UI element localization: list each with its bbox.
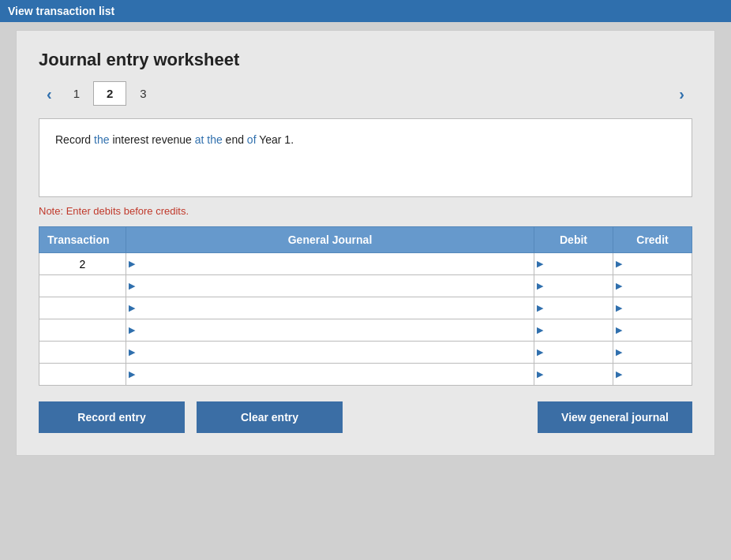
credit-input[interactable] [622,319,692,341]
debit-cell[interactable]: ▶ [534,364,613,386]
credit-arrow-icon: ▶ [613,325,622,335]
journal-cell[interactable]: ▶ [126,253,534,275]
journal-cell[interactable]: ▶ [126,319,534,342]
journal-input[interactable] [135,253,534,274]
journal-cell[interactable]: ▶ [126,297,534,319]
credit-cell[interactable]: ▶ [613,342,692,364]
debit-arrow-icon: ▶ [534,347,543,357]
credit-input[interactable] [622,297,692,319]
credit-arrow-icon: ▶ [613,259,622,269]
note-text: Note: Enter debits before credits. [39,205,692,217]
journal-input[interactable] [135,275,534,297]
main-container: Journal entry worksheet ‹ 1 2 3 › Record… [16,30,715,456]
table-row: ▶▶▶ [39,319,692,342]
tab-2[interactable]: 2 [93,81,126,106]
view-general-journal-button[interactable]: View general journal [538,401,692,433]
transaction-cell [39,319,126,342]
transaction-cell: 2 [39,253,126,275]
debit-cell[interactable]: ▶ [534,319,613,342]
debit-cell[interactable]: ▶ [534,297,613,319]
journal-arrow-icon: ▶ [126,369,135,379]
credit-cell[interactable]: ▶ [613,253,692,275]
clear-entry-button[interactable]: Clear entry [197,401,343,433]
tab-1[interactable]: 1 [60,81,93,106]
debit-arrow-icon: ▶ [534,303,543,313]
transaction-cell [39,364,126,386]
credit-input[interactable] [622,364,692,385]
header-debit: Debit [534,227,613,253]
journal-arrow-icon: ▶ [126,347,135,357]
debit-arrow-icon: ▶ [534,325,543,335]
tab-3[interactable]: 3 [126,81,159,106]
debit-arrow-icon: ▶ [534,369,543,379]
debit-input[interactable] [543,275,613,297]
page-title: Journal entry worksheet [39,50,692,70]
debit-input[interactable] [543,297,613,319]
credit-input[interactable] [622,342,692,363]
debit-input[interactable] [543,364,613,385]
transaction-cell [39,297,126,319]
credit-arrow-icon: ▶ [613,281,622,291]
instruction-text: Record the interest revenue at the end o… [55,133,294,146]
journal-cell[interactable]: ▶ [126,364,534,386]
journal-arrow-icon: ▶ [126,281,135,291]
journal-arrow-icon: ▶ [126,259,135,269]
buttons-row: Record entry Clear entry View general jo… [39,401,692,433]
credit-cell[interactable]: ▶ [613,319,692,342]
journal-arrow-icon: ▶ [126,303,135,313]
next-tab-arrow[interactable]: › [671,86,692,102]
debit-input[interactable] [543,342,613,363]
table-row: ▶▶▶ [39,342,692,364]
view-transaction-list-button[interactable]: View transaction list [0,0,122,22]
instruction-box: Record the interest revenue at the end o… [39,118,692,197]
credit-arrow-icon: ▶ [613,347,622,357]
debit-cell[interactable]: ▶ [534,253,613,275]
journal-input[interactable] [135,342,534,363]
journal-cell[interactable]: ▶ [126,275,534,297]
journal-input[interactable] [135,319,534,341]
table-row: ▶▶▶ [39,364,692,386]
header-transaction: Transaction [39,227,126,253]
table-row: 2▶▶▶ [39,253,692,275]
credit-cell[interactable]: ▶ [613,297,692,319]
credit-arrow-icon: ▶ [613,303,622,313]
header-credit: Credit [613,227,692,253]
record-entry-button[interactable]: Record entry [39,401,185,433]
credit-input[interactable] [622,253,692,274]
debit-input[interactable] [543,319,613,341]
debit-cell[interactable]: ▶ [534,342,613,364]
journal-cell[interactable]: ▶ [126,342,534,364]
credit-cell[interactable]: ▶ [613,275,692,297]
journal-table: Transaction General Journal Debit Credit… [39,226,692,386]
journal-arrow-icon: ▶ [126,325,135,335]
debit-arrow-icon: ▶ [534,281,543,291]
prev-tab-arrow[interactable]: ‹ [39,86,60,102]
transaction-cell [39,275,126,297]
debit-cell[interactable]: ▶ [534,275,613,297]
journal-input[interactable] [135,297,534,319]
table-row: ▶▶▶ [39,297,692,319]
debit-arrow-icon: ▶ [534,259,543,269]
debit-input[interactable] [543,253,613,274]
credit-arrow-icon: ▶ [613,369,622,379]
journal-input[interactable] [135,364,534,385]
credit-input[interactable] [622,275,692,297]
header-general-journal: General Journal [126,227,534,253]
credit-cell[interactable]: ▶ [613,364,692,386]
top-bar: View transaction list [0,0,731,22]
table-row: ▶▶▶ [39,275,692,297]
tabs-row: ‹ 1 2 3 › [39,81,692,106]
transaction-cell [39,342,126,364]
